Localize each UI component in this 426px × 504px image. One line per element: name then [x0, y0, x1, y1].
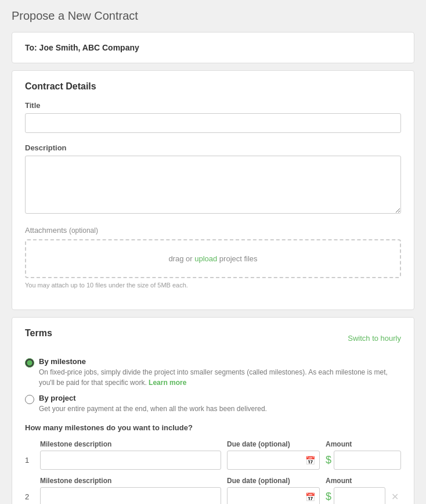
milestone-date-input-2[interactable] — [227, 487, 320, 504]
milestone-option-content: By milestone On fixed-price jobs, simply… — [39, 357, 401, 388]
remove-milestone-2-button[interactable]: ✕ — [389, 492, 401, 502]
col-header-date-2: Due date (optional) — [227, 477, 290, 485]
project-option-content: By project Get your entire payment at th… — [39, 394, 267, 414]
project-option[interactable]: By project Get your entire payment at th… — [25, 394, 401, 414]
col-header-desc-1: Milestone description — [40, 440, 111, 448]
contract-details-title: Contract Details — [25, 81, 401, 92]
project-option-label: By project — [39, 394, 267, 402]
milestone-block-1: Milestone description Due date (optional… — [25, 439, 401, 470]
title-field-group: Title — [25, 101, 401, 133]
col-header-amount-1: Amount — [326, 440, 352, 448]
col-header-amount-2: Amount — [326, 477, 352, 485]
drop-zone-suffix: project files — [217, 254, 257, 263]
milestone-amount-input-1[interactable] — [334, 451, 401, 470]
title-label: Title — [25, 101, 401, 110]
milestone-option-label: By milestone — [39, 357, 401, 366]
project-radio[interactable] — [25, 395, 34, 404]
drop-zone[interactable]: drag or upload project files — [25, 239, 401, 278]
terms-section: Terms Switch to hourly By milestone On f… — [12, 318, 414, 504]
milestone-num-1: 1 — [25, 456, 34, 465]
milestone-1-header-row: Milestone description Due date (optional… — [25, 439, 401, 448]
milestone-row-2: 2 📅 $ ✕ — [25, 487, 401, 504]
terms-card: Terms Switch to hourly By milestone On f… — [12, 317, 414, 504]
switch-to-hourly-link[interactable]: Switch to hourly — [348, 334, 401, 343]
milestone-radio[interactable] — [25, 358, 34, 368]
col-header-desc-2: Milestone description — [40, 477, 111, 485]
description-label: Description — [25, 143, 401, 152]
recipient-card: To: Joe Smith, ABC Company — [12, 32, 414, 63]
attach-note: You may attach up to 10 files under the … — [25, 282, 401, 289]
dollar-sign-1: $ — [326, 454, 331, 466]
title-input[interactable] — [25, 113, 401, 133]
milestone-amount-input-2[interactable] — [334, 487, 385, 504]
payment-type-group: By milestone On fixed-price jobs, simply… — [25, 357, 401, 414]
col-header-date-1: Due date (optional) — [227, 440, 290, 448]
milestone-desc-input-1[interactable] — [40, 451, 221, 470]
milestone-option[interactable]: By milestone On fixed-price jobs, simply… — [25, 357, 401, 388]
milestone-option-desc: On fixed-price jobs, simply divide the p… — [39, 367, 401, 388]
page-title: Propose a New Contract — [12, 9, 414, 23]
learn-more-link[interactable]: Learn more — [149, 379, 186, 387]
milestone-desc-input-2[interactable] — [40, 487, 221, 504]
dollar-sign-2: $ — [326, 491, 331, 503]
project-option-desc: Get your entire payment at the end, when… — [39, 404, 267, 414]
upload-link[interactable]: upload — [194, 254, 217, 263]
milestone-2-header-row: Milestone description Due date (optional… — [25, 476, 401, 485]
recipient-label: To: Joe Smith, ABC Company — [25, 43, 401, 52]
description-field-group: Description — [25, 143, 401, 215]
terms-header: Terms Switch to hourly — [25, 328, 401, 348]
attachments-label: Attachments (optional) — [25, 226, 401, 235]
milestone-row-1: 1 📅 $ — [25, 451, 401, 470]
drop-zone-text: drag or — [168, 254, 194, 263]
attachments-group: Attachments (optional) drag or upload pr… — [25, 226, 401, 289]
milestones-question: How many milestones do you want to inclu… — [25, 423, 401, 432]
milestone-date-input-1[interactable] — [227, 451, 320, 470]
description-input[interactable] — [25, 156, 401, 214]
terms-title: Terms — [25, 328, 52, 339]
milestone-num-2: 2 — [25, 492, 34, 501]
contract-details-card: Contract Details Title Description Attac… — [12, 70, 414, 310]
milestone-block-2: Milestone description Due date (optional… — [25, 476, 401, 504]
